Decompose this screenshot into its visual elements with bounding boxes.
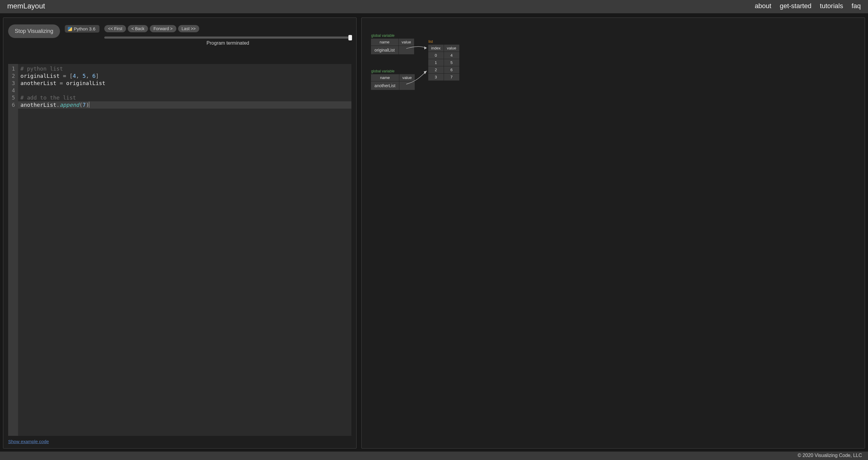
var-header-value: value bbox=[399, 74, 415, 81]
var-header-name: name bbox=[371, 74, 399, 81]
var-name: originalList bbox=[371, 46, 398, 55]
python-icon bbox=[68, 27, 72, 31]
forward-button[interactable]: Forward > bbox=[150, 25, 176, 32]
footer-bar: © 2020 Visualizing Code, LLC bbox=[0, 452, 868, 460]
memory-viz: global variable name value originalList … bbox=[362, 18, 865, 448]
table-row: originalList bbox=[371, 46, 414, 55]
controls-row: Stop Visualizing Python 3.6 << First < B… bbox=[8, 24, 351, 46]
var-name: anotherList bbox=[371, 81, 399, 90]
code-line bbox=[18, 87, 351, 94]
list-header-value: value bbox=[444, 45, 459, 52]
nav-tutorials[interactable]: tutorials bbox=[820, 2, 843, 10]
table-row: anotherList bbox=[371, 81, 415, 90]
nav-get-started[interactable]: get-started bbox=[780, 2, 811, 10]
top-nav: about get-started tutorials faq bbox=[755, 2, 861, 10]
stop-button[interactable]: Stop Visualizing bbox=[8, 24, 60, 38]
global-variable-label: global variable bbox=[371, 69, 395, 73]
table-row: 04 bbox=[428, 52, 459, 59]
program-status: Program terminated bbox=[104, 40, 351, 46]
step-nav-buttons: << First < Back Forward > Last >> bbox=[104, 25, 351, 32]
svg-marker-1 bbox=[424, 71, 427, 74]
code-panel: Stop Visualizing Python 3.6 << First < B… bbox=[3, 18, 356, 449]
list-label: list bbox=[429, 39, 433, 44]
table-row: 15 bbox=[428, 59, 459, 66]
language-label: Python 3.6 bbox=[74, 26, 96, 31]
code-line: # python list bbox=[18, 65, 351, 73]
var-value-pointer bbox=[398, 46, 414, 55]
code-editor[interactable]: 123456 # python list originalList = [4, … bbox=[8, 64, 351, 436]
first-button[interactable]: << First bbox=[104, 25, 126, 32]
copyright: © 2020 Visualizing Code, LLC bbox=[798, 453, 862, 458]
variable-table-originalList: name value originalList bbox=[371, 38, 414, 55]
header-bar: memLayout about get-started tutorials fa… bbox=[0, 0, 868, 13]
code-line: originalList = [4, 5, 6] bbox=[18, 73, 351, 80]
back-button[interactable]: < Back bbox=[128, 25, 148, 32]
table-row: 26 bbox=[428, 66, 459, 74]
global-variable-label: global variable bbox=[371, 33, 395, 38]
list-table: index value 04 15 26 37 bbox=[428, 44, 460, 81]
memory-panel: global variable name value originalList … bbox=[361, 18, 865, 449]
code-line: anotherList = originalList bbox=[18, 80, 351, 87]
last-button[interactable]: Last >> bbox=[178, 25, 199, 32]
pointer-arrows bbox=[362, 18, 865, 448]
slider-track[interactable] bbox=[104, 36, 351, 38]
nav-faq[interactable]: faq bbox=[851, 2, 861, 10]
var-value-pointer bbox=[399, 81, 415, 90]
svg-marker-0 bbox=[424, 47, 427, 50]
step-slider[interactable]: Program terminated bbox=[104, 33, 351, 46]
table-row: 37 bbox=[428, 74, 459, 81]
main-content: Stop Visualizing Python 3.6 << First < B… bbox=[0, 13, 868, 452]
line-gutter: 123456 bbox=[8, 64, 18, 436]
code-line: # add to the list bbox=[18, 94, 351, 102]
code-body[interactable]: # python list originalList = [4, 5, 6] a… bbox=[18, 64, 351, 436]
code-line-current: anotherList.append(7) bbox=[18, 102, 351, 109]
variable-table-anotherList: name value anotherList bbox=[371, 74, 415, 90]
var-header-value: value bbox=[398, 38, 414, 46]
slider-thumb[interactable] bbox=[348, 35, 352, 40]
var-header-name: name bbox=[371, 38, 398, 46]
nav-about[interactable]: about bbox=[755, 2, 771, 10]
language-badge[interactable]: Python 3.6 bbox=[65, 25, 100, 33]
brand-logo[interactable]: memLayout bbox=[7, 2, 45, 10]
show-example-link[interactable]: Show example code bbox=[8, 439, 351, 444]
list-header-index: index bbox=[428, 45, 444, 52]
